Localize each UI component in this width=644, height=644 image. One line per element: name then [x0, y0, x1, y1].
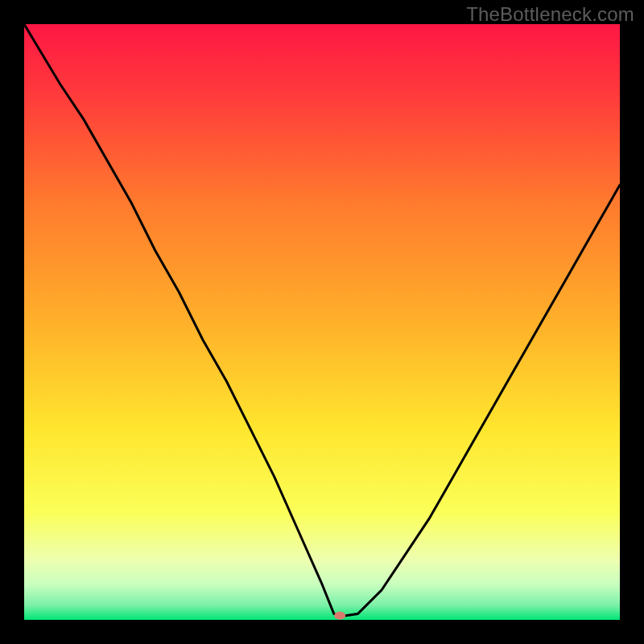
- bottleneck-chart: [24, 24, 620, 620]
- chart-frame: TheBottleneck.com: [0, 0, 644, 644]
- chart-background: [24, 24, 620, 620]
- optimal-point-marker: [334, 612, 345, 620]
- watermark-text: TheBottleneck.com: [466, 3, 634, 26]
